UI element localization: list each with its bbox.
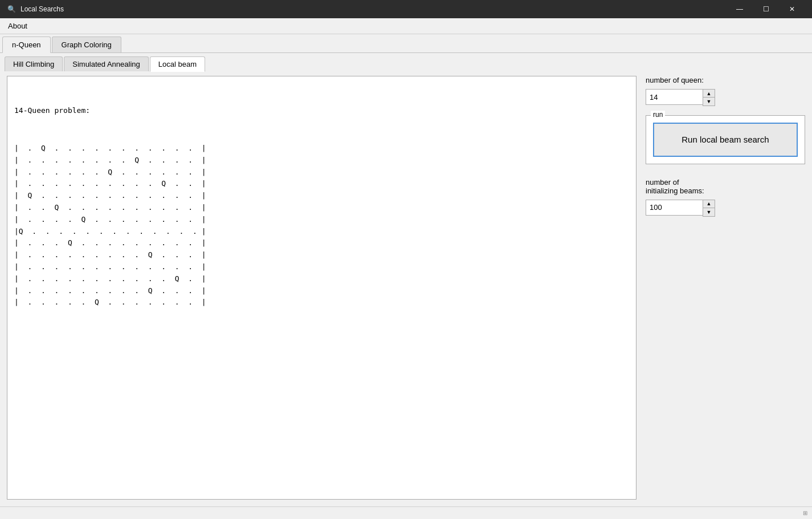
queen-count-up[interactable]: ▲	[703, 90, 715, 98]
titlebar: 🔍 Local Searchs — ☐ ✕	[0, 0, 812, 18]
close-button[interactable]: ✕	[779, 0, 805, 18]
sub-tab-bar: Hill Climbing Simulated Annealing Local …	[0, 53, 812, 71]
queen-problem-title: 14-Queen problem:	[14, 105, 629, 117]
right-panel: number of queen: ▲ ▼ run Run local beam …	[646, 76, 805, 500]
content-area: Hill Climbing Simulated Annealing Local …	[0, 53, 812, 506]
queen-board: | . Q . . . . . . . . . . . | | . . . . …	[14, 143, 629, 309]
queen-count-label: number of queen:	[646, 76, 805, 84]
main-panel: 14-Queen problem: | . Q . . . . . . . . …	[0, 71, 812, 506]
queen-display-content: 14-Queen problem: | . Q . . . . . . . . …	[7, 76, 636, 337]
menu-about[interactable]: About	[2, 19, 33, 33]
queen-count-down[interactable]: ▼	[703, 98, 715, 106]
menubar: About	[0, 18, 812, 34]
queen-count-controls: number of queen: ▲ ▼	[646, 76, 805, 106]
run-groupbox: run Run local beam search	[646, 115, 805, 164]
beams-input[interactable]	[646, 200, 703, 216]
main-tab-nqueen[interactable]: n-Queen	[2, 37, 51, 53]
sub-tab-simulatedannealing[interactable]: Simulated Annealing	[64, 56, 149, 71]
sub-tab-hillclimbing[interactable]: Hill Climbing	[5, 56, 63, 71]
queen-count-input[interactable]	[646, 89, 703, 105]
queen-count-spinner: ▲ ▼	[646, 89, 805, 106]
titlebar-title: Local Searchs	[21, 5, 64, 13]
run-legend: run	[651, 111, 665, 119]
statusbar-icon: ⊞	[803, 510, 807, 516]
main-tab-graphcoloring[interactable]: Graph Coloring	[52, 37, 121, 52]
minimize-button[interactable]: —	[727, 0, 753, 18]
window-controls: — ☐ ✕	[727, 0, 805, 18]
queen-display[interactable]: 14-Queen problem: | . Q . . . . . . . . …	[7, 76, 636, 500]
statusbar: ⊞	[0, 506, 812, 519]
beams-label: number of initializing beams:	[646, 178, 805, 195]
sub-tab-localbeam[interactable]: Local beam	[150, 56, 205, 72]
beams-spinner: ▲ ▼	[646, 200, 805, 217]
queen-count-spinner-buttons: ▲ ▼	[703, 89, 715, 106]
app-icon: 🔍	[7, 5, 16, 14]
run-local-beam-button[interactable]: Run local beam search	[653, 123, 798, 157]
beams-controls: number of initializing beams: ▲ ▼	[646, 178, 805, 217]
main-tab-bar: n-Queen Graph Coloring	[0, 34, 812, 53]
beams-down[interactable]: ▼	[703, 208, 715, 216]
maximize-button[interactable]: ☐	[753, 0, 779, 18]
beams-spinner-buttons: ▲ ▼	[703, 200, 715, 217]
beams-up[interactable]: ▲	[703, 200, 715, 208]
